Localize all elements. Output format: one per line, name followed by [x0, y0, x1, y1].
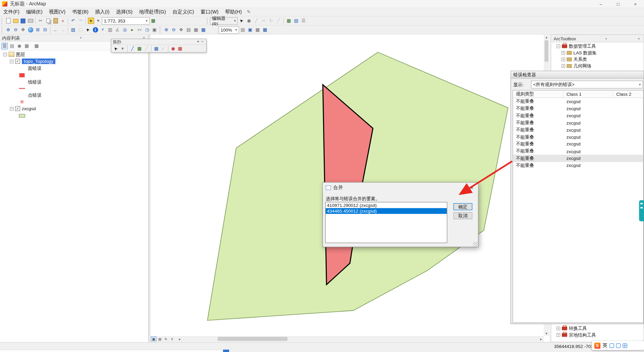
toc-layer-zxcgsd-row[interactable]: − ✓ zxcgsd: [10, 105, 36, 112]
menu-edit[interactable]: 编辑(E): [23, 9, 46, 16]
expand-icon[interactable]: +: [561, 57, 565, 61]
sketch-properties-icon[interactable]: ☰: [300, 17, 307, 24]
align-edge-icon[interactable]: ▩: [136, 45, 143, 52]
error-row[interactable]: 不能重叠zxcgsd: [513, 162, 643, 169]
close-icon[interactable]: ×: [466, 183, 478, 193]
error-row[interactable]: 不能重叠zxcgsd: [513, 148, 643, 155]
error-row[interactable]: 不能重叠zxcgsd: [513, 126, 643, 133]
menu-insert[interactable]: 插入(I): [92, 9, 113, 16]
topology-edit-tool-icon[interactable]: ➤: [112, 45, 119, 52]
layout-view-button[interactable]: ▤: [157, 337, 163, 342]
close-button[interactable]: ×: [627, 0, 644, 8]
pan-icon[interactable]: ✥: [19, 26, 27, 33]
fixed-zoom-in-icon[interactable]: ⊞: [34, 26, 42, 33]
viewer-window-icon[interactable]: ▣: [151, 26, 158, 33]
html-popup-icon[interactable]: ▥: [106, 26, 114, 33]
back-extent-icon[interactable]: ←: [52, 26, 59, 33]
toolbox-item-relationship-class[interactable]: + 关系类: [561, 56, 587, 63]
fix-error-tool-icon[interactable]: ◉: [170, 45, 177, 52]
column-rule-type[interactable]: 规则类型: [513, 90, 564, 97]
split-tool-icon[interactable]: ╱: [275, 17, 282, 24]
add-data-caret-icon[interactable]: ▾: [95, 17, 102, 24]
catalog-autohide-tab[interactable]: [639, 200, 644, 221]
error-row[interactable]: 不能重叠zxcgsd: [513, 141, 643, 148]
keyboard-icon[interactable]: [616, 343, 621, 348]
expand-icon[interactable]: +: [556, 333, 560, 337]
microphone-icon[interactable]: [609, 343, 614, 348]
toolbar-grip[interactable]: [2, 27, 3, 33]
error-row[interactable]: 不能重叠zxcgsd: [513, 105, 643, 112]
rule-filter-combobox[interactable]: <所有规则中的错误> ▾: [531, 81, 643, 88]
layout-toolbar-grip[interactable]: [160, 27, 161, 33]
cut-icon[interactable]: ✂: [37, 17, 44, 24]
toolbar-grip[interactable]: [2, 17, 3, 24]
layout-zoom-combobox[interactable]: 100% ▾: [218, 26, 239, 34]
zoom-100-icon[interactable]: ▦: [192, 26, 200, 33]
forward-extent-icon[interactable]: →: [59, 26, 66, 33]
create-features-icon[interactable]: ▦: [285, 17, 292, 24]
merge-list-item[interactable]: 434465.450012 (zxcgsd): [326, 208, 447, 214]
refresh-view-button[interactable]: ↻: [163, 337, 169, 342]
error-row[interactable]: 不能重叠zxcgsd: [513, 119, 643, 126]
toc-layer-topology-row[interactable]: − ✓ topo_Topology: [10, 58, 55, 65]
menu-view[interactable]: 视图(V): [46, 9, 69, 16]
attributes-icon[interactable]: ▤: [292, 17, 300, 24]
toolbox-item-data-management[interactable]: − 数据管理工具: [556, 43, 596, 49]
menu-help[interactable]: 帮助(H): [222, 9, 245, 16]
close-icon[interactable]: ×: [200, 40, 205, 44]
focus-data-frame-icon[interactable]: ▣: [247, 26, 254, 33]
add-data-icon[interactable]: +: [87, 17, 95, 24]
list-by-selection-icon[interactable]: ▦: [23, 43, 30, 49]
data-view-button[interactable]: ▣: [151, 337, 156, 342]
full-extent-icon[interactable]: [27, 26, 34, 33]
toolbox-item-geometric-network[interactable]: + 几何网络: [561, 62, 591, 69]
error-row[interactable]: 不能重叠zxcgsd: [513, 155, 643, 162]
fixed-layout-zoom-icon[interactable]: ▩: [200, 26, 207, 33]
find-icon[interactable]: ◎: [121, 26, 128, 33]
construct-topology-icon[interactable]: ▦: [153, 45, 160, 52]
column-class1[interactable]: Class 1: [564, 90, 613, 97]
expand-icon[interactable]: +: [561, 51, 565, 54]
zoom-whole-page-icon[interactable]: ▤: [185, 26, 192, 33]
error-inspector-header[interactable]: 错误检查器: [511, 71, 644, 79]
reshape-edge-icon[interactable]: ╱: [143, 45, 150, 52]
close-icon[interactable]: ×: [637, 36, 641, 40]
toolbox-item-las-dataset[interactable]: + LAS 数据集: [561, 49, 597, 56]
editor-toolbar-grip[interactable]: [207, 17, 208, 24]
scale-combobox[interactable]: 1:772, 353 ▾: [102, 17, 150, 25]
toggle-draft-mode-icon[interactable]: ▤: [239, 26, 247, 33]
resize-grip[interactable]: [473, 242, 478, 246]
toc-options-icon[interactable]: ▩: [33, 43, 40, 49]
select-elements-icon[interactable]: ➤: [84, 26, 92, 33]
zoom-in-icon[interactable]: ⊕: [4, 26, 12, 33]
minimize-button[interactable]: –: [592, 0, 609, 8]
menu-file[interactable]: 文件(F): [0, 9, 23, 16]
list-by-source-icon[interactable]: ▤: [9, 43, 15, 49]
paste-icon[interactable]: [52, 17, 59, 24]
fixed-zoom-out-icon[interactable]: ⊟: [42, 26, 49, 33]
topology-toolbar-titlebar[interactable]: 拓扑 ▾ ×: [111, 39, 206, 45]
delete-icon[interactable]: ×: [59, 17, 66, 24]
edit-vertices-icon[interactable]: ◉: [245, 17, 253, 24]
maximize-button[interactable]: □: [609, 0, 627, 8]
save-icon[interactable]: [19, 17, 27, 24]
clear-selection-icon[interactable]: ▢: [77, 26, 84, 33]
menu-customize[interactable]: 自定义(C): [169, 9, 197, 16]
edit-tool-icon[interactable]: ➤: [238, 17, 245, 24]
error-row[interactable]: 不能重叠zxcgsd: [513, 112, 643, 119]
layer-label[interactable]: zxcgsd: [22, 106, 36, 111]
map-horizontal-scrollbar[interactable]: ◂ ▸: [177, 336, 544, 342]
layer-label[interactable]: topo_Topology: [22, 58, 55, 64]
cut-polygons-icon[interactable]: ✂: [260, 17, 267, 24]
editor-menu-button[interactable]: 编辑器(R) ▾: [210, 17, 238, 25]
layout-zoom-out-icon[interactable]: ⊖: [170, 26, 177, 33]
pause-drawing-button[interactable]: ‖: [169, 337, 175, 342]
layer-checkbox[interactable]: ✓: [15, 106, 20, 111]
layout-zoom-in-icon[interactable]: ⊕: [163, 26, 170, 33]
find-route-icon[interactable]: ▸: [128, 26, 136, 33]
pin-icon[interactable]: ▪: [79, 36, 83, 40]
modify-edge-icon[interactable]: ╱: [129, 45, 136, 52]
identify-icon[interactable]: i: [92, 26, 99, 33]
error-row[interactable]: 不能重叠zxcgsd: [513, 98, 643, 105]
rotate-tool-icon[interactable]: ↻: [267, 17, 275, 24]
